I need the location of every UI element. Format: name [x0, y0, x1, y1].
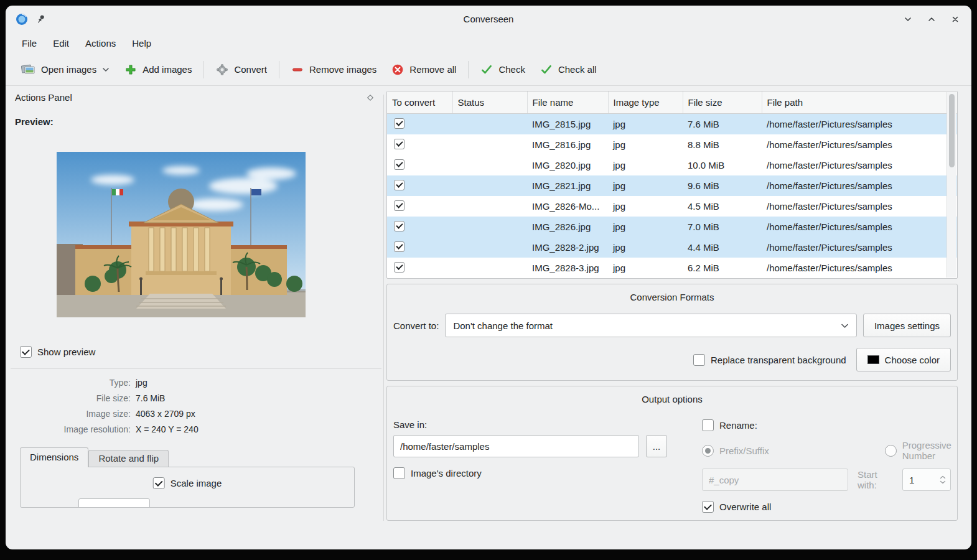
start-with-spinner[interactable]: 1 — [902, 469, 951, 491]
tab-rotate-flip[interactable]: Rotate and flip — [88, 450, 169, 467]
column-header[interactable]: To convert — [387, 91, 452, 114]
rename-row[interactable]: Rename: — [702, 419, 951, 431]
menu-help[interactable]: Help — [124, 35, 159, 52]
left-tabs: Dimensions Rotate and flip — [20, 447, 381, 467]
menu-file[interactable]: File — [14, 35, 44, 52]
to-convert-checkbox[interactable] — [394, 180, 404, 190]
status-cell — [452, 258, 527, 278]
image-type-cell: jpg — [608, 175, 683, 196]
column-header[interactable]: File path — [762, 91, 957, 114]
statusbar — [6, 525, 971, 549]
overwrite-all-row[interactable]: Overwrite all — [702, 501, 951, 513]
scale-image-checkbox[interactable] — [153, 477, 165, 489]
to-convert-checkbox[interactable] — [394, 159, 404, 170]
main-area: Actions Panel Preview: — [6, 86, 971, 525]
column-header[interactable]: Image type — [608, 91, 683, 114]
image-type-cell: jpg — [608, 134, 683, 155]
width-field-cutoff[interactable] — [78, 498, 150, 508]
convert-button[interactable]: Convert — [208, 58, 274, 81]
remove-images-button[interactable]: Remove images — [284, 58, 384, 81]
browse-button[interactable]: ... — [646, 435, 667, 457]
progressive-number-radio-row[interactable]: Progressive Number — [885, 440, 951, 461]
prefix-suffix-radio[interactable] — [702, 445, 714, 457]
remove-all-label: Remove all — [409, 64, 456, 75]
to-convert-checkbox[interactable] — [394, 241, 404, 252]
image-type-cell: jpg — [608, 114, 683, 135]
image-type-cell: jpg — [608, 196, 683, 217]
table-row[interactable]: IMG_2821.jpgjpg9.6 MiB/home/faster/Pictu… — [387, 175, 957, 196]
to-convert-checkbox[interactable] — [394, 139, 404, 149]
info-imagesize-label: Image size: — [11, 409, 131, 419]
combobox-chevron-icon — [841, 323, 849, 329]
convert-to-combobox[interactable]: Don't change the format — [445, 314, 857, 337]
table-scrollbar-thumb[interactable] — [949, 94, 955, 167]
images-settings-button[interactable]: Images settings — [863, 314, 951, 337]
file-size-cell: 4.5 MiB — [683, 196, 762, 217]
minimize-icon[interactable] — [902, 13, 914, 26]
output-options-title: Output options — [393, 394, 951, 404]
save-in-input[interactable] — [393, 435, 639, 457]
panel-splitter[interactable] — [381, 86, 386, 525]
spinner-arrows-icon[interactable] — [940, 475, 946, 484]
menu-edit[interactable]: Edit — [45, 35, 77, 52]
close-icon[interactable] — [949, 13, 961, 26]
toolbar: Open images Add images Convert Remove im… — [6, 54, 971, 86]
column-header[interactable]: File name — [527, 91, 608, 114]
to-convert-checkbox[interactable] — [394, 200, 404, 211]
check-button[interactable]: Check — [473, 58, 533, 81]
image-type-cell: jpg — [608, 237, 683, 258]
file-name-cell: IMG_2821.jpg — [527, 175, 608, 196]
replace-transparent-checkbox[interactable] — [693, 354, 705, 366]
table-row[interactable]: IMG_2826.jpgjpg7.0 MiB/home/faster/Pictu… — [387, 217, 957, 237]
menu-actions[interactable]: Actions — [78, 35, 123, 52]
app-window: Converseen File Edit Actions Help Open i… — [6, 6, 971, 549]
to-convert-cell — [387, 114, 452, 135]
progressive-number-label: Progressive Number — [902, 440, 951, 461]
add-images-label: Add images — [143, 64, 192, 75]
table-row[interactable]: IMG_2815.jpgjpg7.6 MiB/home/faster/Pictu… — [387, 114, 957, 135]
table-row[interactable]: IMG_2828-2.jpgjpg4.4 MiB/home/faster/Pic… — [387, 237, 957, 258]
pin-icon[interactable] — [37, 14, 46, 24]
overwrite-all-checkbox[interactable] — [702, 501, 714, 513]
table-row[interactable]: IMG_2826-Mo...jpg4.5 MiB/home/faster/Pic… — [387, 196, 957, 217]
rename-pattern-input[interactable] — [702, 469, 848, 491]
prefix-suffix-radio-row[interactable]: Prefix/Suffix — [702, 445, 769, 457]
table-row[interactable]: IMG_2816.jpgjpg8.8 MiB/home/faster/Pictu… — [387, 134, 957, 155]
remove-all-icon — [391, 63, 404, 76]
column-header[interactable]: Status — [452, 91, 527, 114]
to-convert-cell — [387, 217, 452, 237]
open-images-button[interactable]: Open images — [13, 58, 117, 82]
save-in-label: Save in: — [393, 419, 667, 430]
output-options-group: Output options Save in: ... Image's dire… — [386, 386, 958, 521]
conversion-formats-group: Conversion Formats Convert to: Don't cha… — [386, 284, 958, 381]
table-row[interactable]: IMG_2828-3.jpgjpg6.2 MiB/home/faster/Pic… — [387, 258, 957, 278]
rename-checkbox[interactable] — [702, 419, 714, 431]
tab-dimensions[interactable]: Dimensions — [20, 447, 88, 467]
status-cell — [452, 217, 527, 237]
choose-color-button[interactable]: Choose color — [856, 348, 951, 371]
toolbar-separator — [203, 61, 204, 78]
check-all-button[interactable]: Check all — [533, 58, 604, 81]
maximize-icon[interactable] — [925, 13, 938, 26]
show-preview-checkbox-row[interactable]: Show preview — [20, 346, 381, 358]
add-images-button[interactable]: Add images — [117, 58, 199, 81]
to-convert-checkbox[interactable] — [394, 262, 404, 273]
image-info: Type: jpg File size: 7.6 MiB Image size:… — [11, 378, 381, 434]
table-scrollbar[interactable] — [947, 92, 956, 278]
table-header-row: To convertStatusFile nameImage typeFile … — [387, 91, 957, 114]
images-directory-row[interactable]: Image's directory — [393, 467, 667, 479]
to-convert-checkbox[interactable] — [394, 221, 404, 231]
progressive-number-radio[interactable] — [885, 445, 897, 457]
column-header[interactable]: File size — [683, 91, 762, 114]
table-row[interactable]: IMG_2820.jpgjpg10.0 MiB/home/faster/Pict… — [387, 155, 957, 175]
scale-image-checkbox-row[interactable]: Scale image — [153, 477, 222, 489]
to-convert-checkbox[interactable] — [394, 118, 404, 129]
remove-images-label: Remove images — [309, 64, 376, 75]
float-panel-icon[interactable] — [367, 94, 374, 101]
remove-all-button[interactable]: Remove all — [384, 58, 464, 81]
images-directory-checkbox[interactable] — [393, 467, 405, 479]
add-images-icon — [124, 63, 137, 76]
file-path-cell: /home/faster/Pictures/samples — [762, 175, 957, 196]
replace-transparent-row[interactable]: Replace transparent background — [693, 354, 846, 366]
show-preview-checkbox[interactable] — [20, 346, 32, 358]
